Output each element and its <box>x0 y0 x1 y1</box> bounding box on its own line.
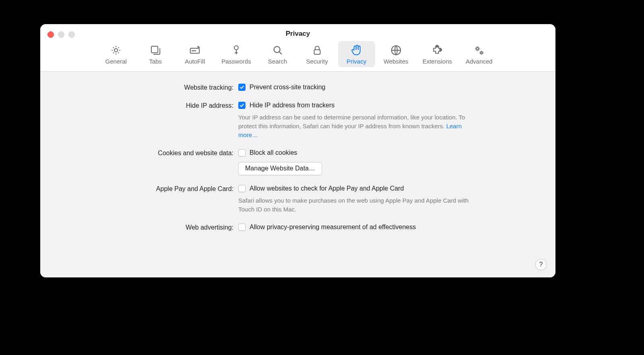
checkbox-block-all-cookies[interactable] <box>238 149 246 156</box>
label-hide-ip: Hide IP address: <box>52 101 238 140</box>
security-icon <box>311 43 323 57</box>
advanced-icon <box>473 43 485 57</box>
tab-label-privacy: Privacy <box>347 58 366 65</box>
tab-label-search: Search <box>268 58 287 65</box>
checkbox-label-block-all-cookies: Block all cookies <box>250 148 297 157</box>
description-hide-ip: Your IP address can be used to determine… <box>238 113 472 140</box>
tab-general[interactable]: General <box>97 41 134 67</box>
tab-label-websites: Websites <box>384 58 408 65</box>
label-website-tracking: Website tracking: <box>52 83 238 92</box>
checkbox-label-web-advertising: Allow privacy-preserving measurement of … <box>250 223 416 232</box>
svg-point-13 <box>481 52 483 54</box>
window-title: Privacy <box>40 30 555 38</box>
checkbox-web-advertising[interactable] <box>238 224 246 231</box>
tab-label-general: General <box>105 58 127 65</box>
tab-label-extensions: Extensions <box>423 58 452 65</box>
svg-point-0 <box>114 49 118 52</box>
tab-extensions[interactable]: Extensions <box>417 41 458 67</box>
checkbox-label-hide-ip: Hide IP address from trackers <box>250 101 334 110</box>
svg-rect-8 <box>314 50 320 54</box>
checkbox-hide-ip[interactable] <box>238 102 246 109</box>
checkbox-prevent-cross-site-tracking[interactable] <box>238 84 246 91</box>
tab-label-security: Security <box>306 58 328 65</box>
general-icon <box>110 43 122 57</box>
row-apple-pay: Apple Pay and Apple Card: Allow websites… <box>52 184 543 214</box>
tab-advanced[interactable]: Advanced <box>460 41 498 67</box>
svg-point-12 <box>477 48 479 50</box>
svg-point-5 <box>195 51 196 51</box>
preferences-window: Privacy GeneralTabsAutoFillPasswordsSear… <box>40 24 555 277</box>
tabs-icon <box>149 43 161 57</box>
label-apple-pay: Apple Pay and Apple Card: <box>52 184 238 214</box>
label-web-advertising: Web advertising: <box>52 223 238 232</box>
privacy-pane: Website tracking: Prevent cross-site tra… <box>40 72 555 277</box>
help-button[interactable]: ? <box>535 259 547 270</box>
row-web-advertising: Web advertising: Allow privacy-preservin… <box>52 223 543 232</box>
privacy-icon <box>351 43 363 57</box>
autofill-icon <box>189 43 201 57</box>
row-website-tracking: Website tracking: Prevent cross-site tra… <box>52 83 543 92</box>
titlebar: Privacy GeneralTabsAutoFillPasswordsSear… <box>40 24 555 72</box>
checkbox-label-prevent-cross-site-tracking: Prevent cross-site tracking <box>250 83 326 92</box>
svg-point-7 <box>274 47 280 53</box>
description-apple-pay: Safari allows you to make purchases on t… <box>238 196 472 214</box>
tab-autofill[interactable]: AutoFill <box>176 41 213 67</box>
passwords-icon <box>230 43 242 57</box>
svg-rect-1 <box>151 46 158 53</box>
tab-privacy[interactable]: Privacy <box>338 41 375 67</box>
tab-label-passwords: Passwords <box>221 58 251 65</box>
tab-tabs[interactable]: Tabs <box>137 41 174 67</box>
svg-point-6 <box>234 46 238 50</box>
label-cookies: Cookies and website data: <box>52 148 238 175</box>
tab-security[interactable]: Security <box>299 41 336 67</box>
search-icon <box>272 43 284 57</box>
row-cookies: Cookies and website data: Block all cook… <box>52 148 543 175</box>
tab-passwords[interactable]: Passwords <box>216 41 256 67</box>
tab-label-autofill: AutoFill <box>185 58 205 65</box>
extensions-icon <box>431 43 443 57</box>
button-manage-website-data[interactable]: Manage Website Data… <box>238 162 322 175</box>
row-hide-ip: Hide IP address: Hide IP address from tr… <box>52 101 543 140</box>
svg-point-3 <box>192 51 193 51</box>
tab-search[interactable]: Search <box>259 41 296 67</box>
svg-point-4 <box>194 51 194 51</box>
tab-label-advanced: Advanced <box>466 58 493 65</box>
preferences-toolbar: GeneralTabsAutoFillPasswordsSearchSecuri… <box>40 40 555 71</box>
tab-websites[interactable]: Websites <box>378 41 415 67</box>
tab-label-tabs: Tabs <box>149 58 162 65</box>
checkbox-label-apple-pay: Allow websites to check for Apple Pay an… <box>250 184 404 193</box>
websites-icon <box>390 43 402 57</box>
checkbox-apple-pay[interactable] <box>238 185 246 192</box>
